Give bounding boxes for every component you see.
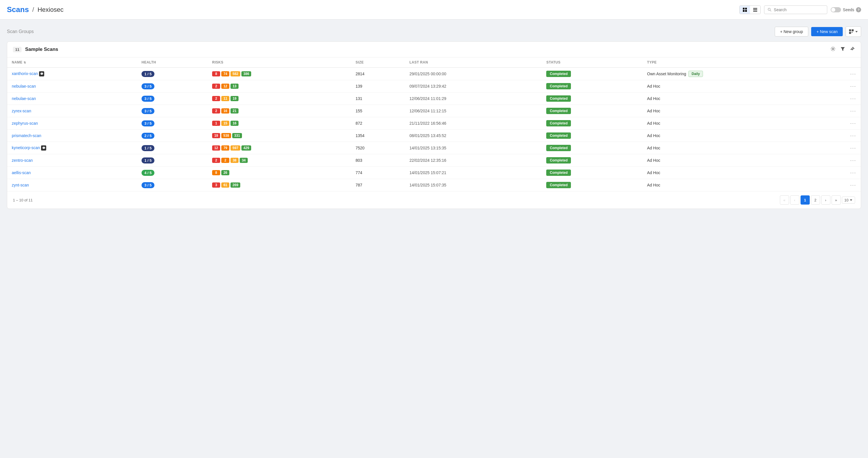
cell-type: Ad Hoc··· — [642, 105, 861, 117]
risk-badge: 538 — [221, 133, 231, 138]
table-row: zynt-scan3 / 536126978714/01/2025 15:07:… — [7, 179, 861, 191]
page-2-button[interactable]: 2 — [811, 195, 820, 205]
scan-name-link[interactable]: aellis-scan — [12, 170, 31, 175]
row-more-button[interactable]: ··· — [850, 108, 856, 114]
cell-name: nebulae-scan — [7, 92, 137, 105]
svg-rect-2 — [743, 10, 745, 12]
scan-name-link[interactable]: zyrex-scan — [12, 109, 31, 113]
svg-rect-0 — [743, 8, 745, 9]
risk-badge: 582 — [230, 71, 240, 77]
svg-rect-10 — [851, 29, 854, 31]
table-footer: 1 – 10 of 11 « ‹ 1 2 › » 10 — [7, 191, 861, 209]
per-page-dropdown[interactable]: 10 — [842, 197, 855, 204]
col-size: SIZE — [351, 57, 405, 67]
cell-health: 3 / 5 — [137, 92, 208, 105]
risk-badge: 19 — [212, 133, 220, 138]
scan-name-link[interactable]: zentro-scan — [12, 158, 33, 163]
risk-badge: 12 — [221, 84, 229, 89]
health-badge: 3 / 5 — [142, 120, 154, 126]
page-first-button[interactable]: « — [780, 195, 789, 205]
scan-name-link[interactable]: kyneticorp-scan — [12, 145, 40, 150]
cell-status: Completed — [541, 80, 642, 92]
table-row: zephyrus-scan3 / 51151687221/11/2022 16:… — [7, 117, 861, 130]
row-more-button[interactable]: ··· — [850, 133, 856, 139]
cell-health: 1 / 5 — [137, 142, 208, 154]
row-more-button[interactable]: ··· — [850, 83, 856, 89]
row-more-button[interactable]: ··· — [850, 170, 856, 176]
new-group-button[interactable]: + New group — [775, 27, 809, 36]
cell-size: 155 — [351, 105, 405, 117]
scan-name-link[interactable]: nebulae-scan — [12, 96, 36, 101]
filter-icon-button[interactable] — [840, 46, 845, 53]
status-badge: Completed — [546, 145, 571, 151]
row-more-button[interactable]: ··· — [850, 71, 856, 77]
cell-size: 2814 — [351, 67, 405, 80]
cell-risks: 21119 — [208, 92, 351, 105]
row-more-button[interactable]: ··· — [850, 182, 856, 188]
seeds-toggle[interactable] — [831, 7, 841, 12]
grid-view-button[interactable] — [740, 6, 750, 14]
row-more-button[interactable]: ··· — [850, 158, 856, 164]
cell-name: zynt-scan — [7, 179, 137, 191]
per-page-value: 10 — [844, 198, 848, 202]
type-label: Ad Hoc — [647, 84, 660, 88]
scan-name-link[interactable]: zephyrus-scan — [12, 121, 38, 125]
pin-icon-button[interactable] — [850, 46, 855, 53]
header-right: Seeds ? — [739, 5, 861, 14]
row-more-button[interactable]: ··· — [850, 145, 856, 151]
cell-size: 787 — [351, 179, 405, 191]
cell-health: 3 / 5 — [137, 105, 208, 117]
list-view-button[interactable] — [750, 6, 761, 14]
cell-risks: 874582386 — [208, 67, 351, 80]
col-health: HEALTH — [137, 57, 208, 67]
page-title-sub: Hexiosec — [38, 6, 63, 13]
cell-last-ran: 12/06/2024 11:01:29 — [405, 92, 541, 105]
chat-icon: 💬 — [39, 71, 44, 77]
scan-name-link[interactable]: zynt-scan — [12, 183, 29, 187]
page-last-button[interactable]: » — [832, 195, 841, 205]
schedule-badge: Daily — [688, 71, 703, 77]
svg-rect-4 — [753, 8, 757, 9]
svg-rect-5 — [753, 9, 757, 10]
new-scan-button[interactable]: + New scan — [811, 27, 843, 36]
cell-type: Ad Hoc··· — [642, 167, 861, 179]
health-badge: 3 / 5 — [142, 182, 154, 188]
group-actions — [830, 46, 855, 53]
scan-groups-header: Scan Groups + New group + New scan — [7, 26, 861, 37]
cell-health: 1 / 5 — [137, 67, 208, 80]
cell-last-ran: 12/06/2024 11:12:15 — [405, 105, 541, 117]
type-label: Ad Hoc — [647, 158, 660, 163]
settings-icon-button[interactable] — [830, 46, 836, 53]
cell-risks: 21213 — [208, 80, 351, 92]
help-icon[interactable]: ? — [856, 7, 861, 12]
scan-group-card: 11 Sample Scans NAME ⇅ HEALTH — [7, 41, 861, 209]
cell-type: Own Asset MonitoringDaily··· — [642, 67, 861, 80]
cell-type: Ad Hoc··· — [642, 142, 861, 154]
row-more-button[interactable]: ··· — [850, 96, 856, 102]
cell-last-ran: 22/02/2024 12:35:16 — [405, 154, 541, 167]
header-left: Scans / Hexiosec — [7, 5, 63, 14]
cell-risks: 11516 — [208, 117, 351, 130]
col-last-ran: LAST RAN — [405, 57, 541, 67]
row-more-button[interactable]: ··· — [850, 120, 856, 126]
col-type: TYPE — [642, 57, 861, 67]
scan-name-link[interactable]: prismatech-scan — [12, 133, 41, 138]
scan-name-link[interactable]: nebulae-scan — [12, 84, 36, 88]
search-input[interactable] — [774, 7, 824, 12]
cell-size: 1354 — [351, 130, 405, 142]
page-1-button[interactable]: 1 — [801, 195, 810, 205]
cell-status: Completed — [541, 167, 642, 179]
risk-badge: 331 — [232, 133, 242, 138]
type-label: Ad Hoc — [647, 183, 660, 187]
cell-last-ran: 08/01/2025 13:45:52 — [405, 130, 541, 142]
page-prev-button[interactable]: ‹ — [790, 195, 799, 205]
scan-type-dropdown-button[interactable] — [846, 26, 861, 37]
cell-size: 7520 — [351, 142, 405, 154]
scan-name-link[interactable]: xanthorix-scan — [12, 71, 38, 76]
cell-risks: 19538331 — [208, 130, 351, 142]
table-header-row: NAME ⇅ HEALTH RISKS SIZE LAST RAN STATUS… — [7, 57, 861, 67]
page-title-scans[interactable]: Scans — [7, 5, 29, 14]
risk-badge: 386 — [241, 71, 251, 77]
page-next-button[interactable]: › — [821, 195, 830, 205]
risk-badge: 2 — [212, 108, 220, 114]
